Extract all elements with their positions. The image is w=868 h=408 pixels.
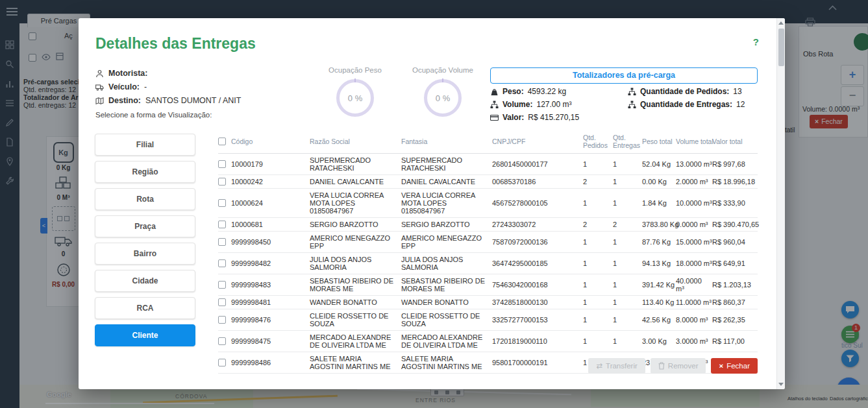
header-qtd-entregas: Qtd. Entregas: [613, 131, 642, 154]
header-cnpj-cpf: CNPJ/CPF: [492, 131, 583, 154]
cell-cnpj-cpf: 33257277000153: [492, 309, 583, 331]
transferir-button[interactable]: ⇄ Transferir: [588, 358, 645, 374]
cell-razao-social: WANDER BONATTO: [310, 296, 401, 309]
cell-razao-social: SUPERMERCADO RATACHESKI: [310, 154, 401, 175]
destino-row: Destino: SANTOS DUMONT / ANIT: [95, 96, 241, 105]
gauge-value: 0 %: [436, 93, 450, 103]
row-checkbox[interactable]: [218, 359, 226, 366]
row-checkbox[interactable]: [218, 281, 226, 289]
help-icon[interactable]: ?: [753, 36, 759, 47]
cell-razao-social: MERCADO ALEXANDRE DE OLIVEIRA LTDA ME: [310, 331, 401, 352]
cell-peso-total: 94.13 Kg: [642, 253, 676, 274]
cell-qtd-entregas: 1: [613, 331, 642, 352]
veiculo-value: -: [144, 82, 147, 91]
view-mode-button[interactable]: Rota: [95, 188, 195, 210]
cell-peso-total: 3783.80 Kg: [642, 218, 676, 232]
transfer-arrows-icon: ⇄: [596, 361, 602, 370]
valor-value: R$ 415.270,15: [528, 113, 579, 122]
cell-codigo: 9999998481: [218, 296, 310, 309]
cell-volume-total: 40.0000 m³: [676, 274, 712, 296]
cell-valor-total: R$ 960,04: [712, 232, 758, 253]
cell-razao-social: CLEIDE ROSSETTO DE SOUZA: [310, 309, 401, 331]
cell-qtd-entregas: 1: [613, 189, 642, 218]
view-mode-button[interactable]: Região: [95, 161, 195, 183]
cell-razao-social: AMERICO MENEGAZZO EPP: [310, 232, 401, 253]
cell-fantasia: AMERICO MENEGAZZO EPP: [401, 232, 492, 253]
row-checkbox[interactable]: [218, 221, 226, 228]
qtd-entregas-row: Quantidade de Entregas: 12: [628, 100, 745, 109]
select-all-checkbox[interactable]: [218, 138, 226, 145]
gauge-label: Ocupação Peso: [323, 66, 388, 74]
delivery-info-block: Motorista: Veículo: - Destino: SANTOS DU…: [95, 69, 241, 119]
cell-fantasia: CLEIDE ROSSETTO DE SOUZA: [401, 309, 492, 331]
row-checkbox[interactable]: [218, 178, 226, 186]
fechar-button[interactable]: × Fechar: [711, 358, 758, 374]
cell-qtd-pedidos: 1: [583, 331, 613, 352]
header-razao-social: Razão Social: [310, 131, 401, 154]
modal-scrollbar[interactable]: [776, 18, 785, 389]
cell-razao-social: SALETE MARIA AGOSTINI MARTINS ME: [310, 352, 401, 374]
hierarchy-icon: [628, 88, 636, 96]
cell-volume-total: 11.0000 m³: [676, 296, 712, 309]
peso-total-row: Peso: 4593.22 kg: [490, 87, 579, 96]
valor-label: Valor:: [502, 113, 524, 122]
row-checkbox[interactable]: [218, 298, 226, 306]
cell-cnpj-cpf: 37428518000130: [492, 296, 583, 309]
gauge-label: Ocupação Volume: [410, 66, 475, 74]
cell-valor-total: R$ 860,37: [712, 296, 758, 309]
cell-codigo: 10000179: [218, 154, 310, 175]
view-select-label: Selecione a forma de Visualização:: [95, 111, 241, 119]
row-checkbox[interactable]: [218, 199, 226, 207]
weight-icon: [490, 88, 499, 96]
hierarchy-icon: [628, 101, 636, 109]
remover-button[interactable]: Remover: [651, 358, 706, 374]
cell-codigo: 9999998450: [218, 232, 310, 253]
cell-volume-total: 15.0000 m³: [676, 232, 712, 253]
view-mode-button[interactable]: Bairro: [95, 243, 195, 265]
volume-label: Volume:: [502, 100, 532, 109]
view-mode-button[interactable]: RCA: [95, 297, 195, 319]
cell-qtd-entregas: 2: [613, 218, 642, 232]
cell-cnpj-cpf: 27243303072: [492, 218, 583, 232]
cell-peso-total: 0.00 Kg: [642, 175, 676, 189]
cell-qtd-entregas: 1: [613, 232, 642, 253]
cell-qtd-pedidos: 1: [583, 154, 613, 175]
view-mode-button[interactable]: Praça: [95, 215, 195, 237]
scrollbar-up-arrow[interactable]: [778, 21, 784, 25]
qtd-pedidos-row: Quantidade de Pedidos: 13: [628, 87, 745, 96]
row-checkbox[interactable]: [218, 238, 226, 246]
view-mode-button[interactable]: Cliente: [95, 324, 195, 346]
row-checkbox[interactable]: [218, 316, 226, 324]
cell-razao-social: VERA LUCIA CORREA MOTA LOPES 01850847967: [310, 189, 401, 218]
gauge-ocupacao-peso: Ocupação Peso 0 %: [323, 66, 388, 117]
peso-label: Peso:: [502, 87, 524, 96]
scrollbar-thumb[interactable]: [778, 29, 784, 66]
cell-cnpj-cpf: 75463042000168: [492, 274, 583, 296]
cell-cnpj-cpf: 00685370186: [492, 175, 583, 189]
view-mode-button[interactable]: Filial: [95, 134, 195, 156]
cell-fantasia: SUPERMERCADO RATACHESKI: [401, 154, 492, 175]
cell-fantasia: JULIA DOS ANJOS SALMORIA: [401, 253, 492, 274]
cell-volume-total: 0.0000 m³: [676, 218, 712, 232]
qtd-pedidos-label: Quantidade de Pedidos:: [640, 87, 729, 96]
card-icon: [490, 114, 499, 122]
cell-fantasia: SALETE MARIA AGOSTINI MARTINS ME: [401, 352, 492, 374]
view-mode-button[interactable]: Cidade: [95, 270, 195, 292]
scrollbar-down-arrow[interactable]: [778, 383, 784, 386]
modal-title: Detalhes das Entregas: [95, 35, 256, 53]
cell-razao-social: JULIA DOS ANJOS SALMORIA: [310, 253, 401, 274]
row-checkbox[interactable]: [218, 259, 226, 267]
table-row: 10000681 SERGIO BARZOTTO SERGIO BARZOTTO…: [218, 218, 758, 232]
cell-razao-social: SEBASTIAO RIBEIRO DE MORAES ME: [310, 274, 401, 296]
table-header-row: Código Razão Social Fantasia CNPJ/CPF Qt…: [218, 131, 758, 154]
veiculo-label: Veículo:: [108, 82, 140, 91]
cell-qtd-entregas: 1: [613, 296, 642, 309]
cell-cnpj-cpf: 26801450000177: [492, 154, 583, 175]
cell-fantasia: SERGIO BARZOTTO: [401, 218, 492, 232]
cell-peso-total: 87.76 Kg: [642, 232, 676, 253]
row-checkbox[interactable]: [218, 160, 226, 168]
totalizadores-header-button[interactable]: Totalizadores da pré-carga: [490, 67, 758, 84]
gauge-ocupacao-volume: Ocupação Volume 0 %: [410, 66, 475, 117]
row-checkbox[interactable]: [218, 337, 226, 345]
peso-value: 4593.22 kg: [528, 87, 566, 96]
